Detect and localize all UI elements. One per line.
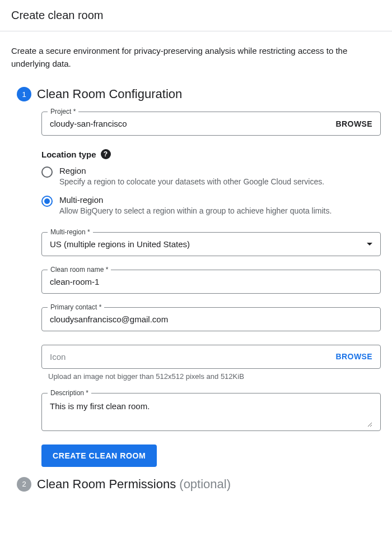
step-1-title: Clean Room Configuration — [37, 87, 381, 101]
chevron-down-icon — [367, 243, 372, 246]
description-label: Description * — [48, 389, 91, 397]
dialog-title: Create clean room — [0, 0, 392, 31]
step-2-badge: 2 — [17, 477, 31, 492]
help-icon[interactable]: ? — [101, 149, 111, 159]
step-permissions: 2 Clean Room Permissions (optional) — [11, 477, 381, 502]
radio-region[interactable]: Region Specify a region to colocate your… — [41, 166, 381, 187]
description-textarea[interactable]: This is my first clean room. — [50, 401, 372, 427]
icon-hint: Upload an image not bigger than 512x512 … — [41, 372, 381, 381]
radio-multi-region-control[interactable] — [41, 196, 53, 207]
radio-region-label: Region — [59, 166, 381, 175]
step-1-badge: 1 — [17, 87, 31, 101]
primary-contact-label: Primary contact * — [48, 303, 104, 311]
step-2-title: Clean Room Permissions (optional) — [37, 477, 381, 492]
radio-region-control[interactable] — [41, 166, 53, 178]
create-clean-room-button[interactable]: CREATE CLEAN ROOM — [41, 444, 157, 467]
multi-region-select[interactable]: Multi-region * US (multiple regions in U… — [41, 232, 381, 256]
multi-region-label: Multi-region * — [48, 228, 93, 236]
primary-contact-field[interactable]: Primary contact * — [41, 307, 381, 331]
intro-text: Create a secure environment for privacy-… — [11, 45, 381, 70]
radio-multi-region[interactable]: Multi-region Allow BigQuery to select a … — [41, 195, 381, 216]
step-configuration: 1 Clean Room Configuration Project * clo… — [11, 87, 381, 467]
step-2-optional: (optional) — [179, 477, 231, 491]
project-label: Project * — [48, 108, 78, 115]
primary-contact-input[interactable] — [50, 314, 372, 324]
description-field[interactable]: Description * This is my first clean roo… — [41, 393, 381, 431]
clean-room-name-input[interactable] — [50, 277, 372, 286]
multi-region-value: US (multiple regions in United States) — [50, 239, 362, 249]
location-type-label: Location type — [41, 150, 96, 159]
icon-browse-button[interactable]: BROWSE — [336, 352, 372, 361]
radio-region-hint: Specify a region to colocate your datase… — [59, 177, 381, 187]
project-browse-button[interactable]: BROWSE — [336, 119, 372, 128]
radio-multi-region-label: Multi-region — [59, 195, 381, 205]
project-value: cloudy-san-francisco — [50, 119, 336, 128]
location-type-radio-group: Region Specify a region to colocate your… — [41, 166, 381, 216]
icon-input[interactable] — [50, 352, 336, 362]
radio-multi-region-hint: Allow BigQuery to select a region within… — [59, 206, 381, 216]
icon-field[interactable]: BROWSE — [41, 345, 381, 369]
project-field[interactable]: Project * cloudy-san-francisco BROWSE — [41, 112, 381, 136]
clean-room-name-field[interactable]: Clean room name * — [41, 270, 381, 294]
clean-room-name-label: Clean room name * — [48, 266, 111, 274]
